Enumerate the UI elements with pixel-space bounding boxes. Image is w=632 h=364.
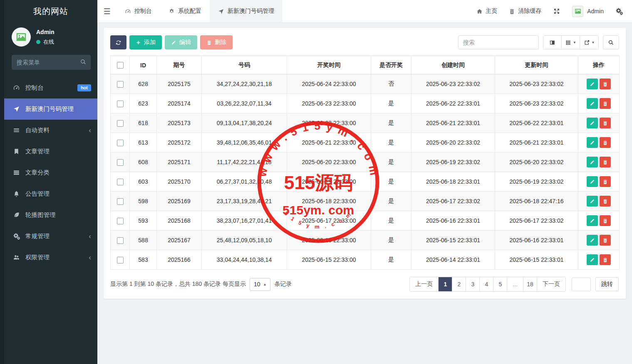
table-search-input[interactable] [458, 35, 539, 49]
row-edit-button[interactable] [587, 235, 598, 246]
row-delete-button[interactable] [600, 157, 611, 167]
row-checkbox[interactable] [117, 218, 124, 224]
row-delete-button[interactable] [600, 137, 611, 148]
cell-operations [578, 74, 620, 94]
edit-button[interactable]: 编辑 [165, 35, 197, 49]
hamburger-icon[interactable]: ☰ [97, 0, 116, 22]
refresh-button[interactable] [110, 35, 126, 49]
export-button[interactable]: ▼ [580, 36, 598, 49]
row-checkbox[interactable] [117, 257, 124, 263]
select-all-checkbox[interactable] [117, 62, 124, 69]
row-delete-button[interactable] [600, 98, 611, 109]
row-edit-button[interactable] [587, 137, 598, 148]
row-delete-button[interactable] [600, 118, 611, 128]
cell-operations [578, 250, 620, 270]
cell-draw-time: 2025-06-23 22:33:00 [287, 94, 371, 113]
sidebar-item-carousel[interactable]: 轮播图管理 [4, 204, 97, 226]
page-button-3[interactable]: 3 [466, 277, 480, 291]
sidebar-item-general[interactable]: 常规管理‹ [4, 226, 97, 247]
sidebar-item-categories[interactable]: 文章分类 [4, 162, 97, 183]
sidebar-item-label: 自动资料 [25, 126, 50, 134]
row-edit-button[interactable] [587, 98, 598, 109]
jump-button[interactable]: 跳转 [595, 277, 619, 291]
sidebar-item-permission[interactable]: 权限管理‹ [4, 247, 97, 268]
chevron-left-icon: ‹ [89, 127, 91, 134]
search-submit-button[interactable] [603, 35, 619, 49]
row-edit-button[interactable] [587, 118, 598, 128]
row-delete-button[interactable] [600, 235, 611, 246]
page-button-2[interactable]: 2 [452, 277, 466, 291]
page-button-4[interactable]: 4 [480, 277, 493, 291]
cell-id: 608 [130, 152, 157, 172]
menu-search-input[interactable] [12, 55, 91, 70]
add-button[interactable]: 添加 [129, 35, 162, 49]
sidebar-item-macau[interactable]: 新新澳门号码管理 [4, 98, 97, 120]
row-checkbox-cell [111, 94, 130, 113]
page-button-18[interactable]: 18 [523, 277, 537, 291]
page-button-5[interactable]: 5 [493, 277, 507, 291]
user-menu[interactable]: Admin [572, 6, 604, 17]
row-checkbox[interactable] [117, 101, 124, 107]
view-options-group: ▼ ▼ [543, 35, 599, 49]
topbar-user-label: Admin [587, 8, 604, 15]
row-edit-button[interactable] [587, 254, 598, 265]
next-page-button[interactable]: 下一页 [537, 277, 565, 291]
sidebar-item-articles[interactable]: 文章管理 [4, 141, 97, 162]
image-icon [15, 31, 27, 43]
sidebar-item-notices[interactable]: 公告管理 [4, 183, 97, 204]
content-card: 添加 编辑 删除 ▼ ▼ ID期号号码开奖时间是否开奖创建时间更 [104, 28, 626, 299]
sidebar-item-auto-data[interactable]: 自动资料‹ [4, 120, 97, 141]
row-delete-button[interactable] [600, 176, 611, 187]
row-edit-button[interactable] [587, 215, 598, 226]
tab-2[interactable]: 新新澳门号码管理 [210, 0, 283, 22]
column-header: 是否开奖 [371, 56, 411, 74]
row-edit-button[interactable] [587, 176, 598, 187]
columns-button[interactable]: ▼ [562, 36, 580, 49]
row-edit-button[interactable] [587, 157, 598, 167]
cell-updated: 2025-06-18 22:47:16 [495, 192, 578, 211]
row-delete-button[interactable] [600, 79, 611, 89]
records-info: 显示第 1 到第 10 条记录，总共 180 条记录 每页显示 [110, 280, 246, 288]
sidebar-item-console[interactable]: 控制台hot [4, 77, 97, 98]
tab-1[interactable]: 系统配置 [160, 0, 210, 22]
cell-draw-time: 2025-06-21 22:33:00 [287, 133, 371, 152]
row-checkbox[interactable] [117, 198, 124, 205]
cell-id: 593 [130, 211, 157, 231]
row-checkbox[interactable] [117, 120, 124, 127]
cell-updated: 2025-06-19 22:33:02 [495, 172, 578, 192]
page-button-1[interactable]: 1 [439, 277, 452, 291]
table-row: 583202516633,04,24,44,10,38,142025-06-15… [111, 250, 620, 270]
row-delete-button[interactable] [600, 215, 611, 226]
delete-button[interactable]: 删除 [200, 35, 233, 49]
trash-icon [602, 257, 608, 263]
row-edit-button[interactable] [587, 79, 598, 89]
avatar-small [572, 6, 583, 17]
detail-view-button[interactable] [543, 36, 562, 49]
tab-0[interactable]: 控制台 [116, 0, 160, 22]
topbar: ☰ 控制台系统配置新新澳门号码管理 主页 清除缓存 Admin [97, 0, 632, 23]
sidebar-item-label: 公告管理 [25, 190, 50, 198]
row-checkbox[interactable] [117, 237, 124, 244]
fullscreen-icon[interactable] [553, 7, 560, 15]
caret-up-icon: ▲ [263, 283, 267, 286]
cell-id: 598 [130, 192, 157, 211]
row-delete-button[interactable] [600, 196, 611, 207]
trash-icon [602, 140, 608, 145]
row-delete-button[interactable] [600, 254, 611, 265]
jump-page-input[interactable] [572, 278, 591, 291]
row-checkbox[interactable] [117, 179, 124, 185]
pencil-icon [590, 121, 595, 126]
home-link[interactable]: 主页 [476, 7, 497, 15]
table-row: 628202517534,27,24,22,30,21,182025-06-24… [111, 74, 620, 94]
settings-gear-icon[interactable] [615, 7, 623, 15]
row-checkbox[interactable] [117, 81, 124, 88]
prev-page-button[interactable]: 上一页 [410, 277, 439, 291]
home-link-label: 主页 [486, 7, 497, 15]
row-checkbox[interactable] [117, 159, 124, 166]
table-row: 593202516838,23,07,16,27,01,412025-06-17… [111, 211, 620, 231]
cell-period: 2025173 [157, 113, 202, 133]
row-checkbox[interactable] [117, 140, 124, 146]
page-size-dropdown[interactable]: 10 ▲ [250, 278, 271, 291]
clear-cache-link[interactable]: 清除缓存 [509, 7, 541, 15]
row-edit-button[interactable] [587, 196, 598, 207]
